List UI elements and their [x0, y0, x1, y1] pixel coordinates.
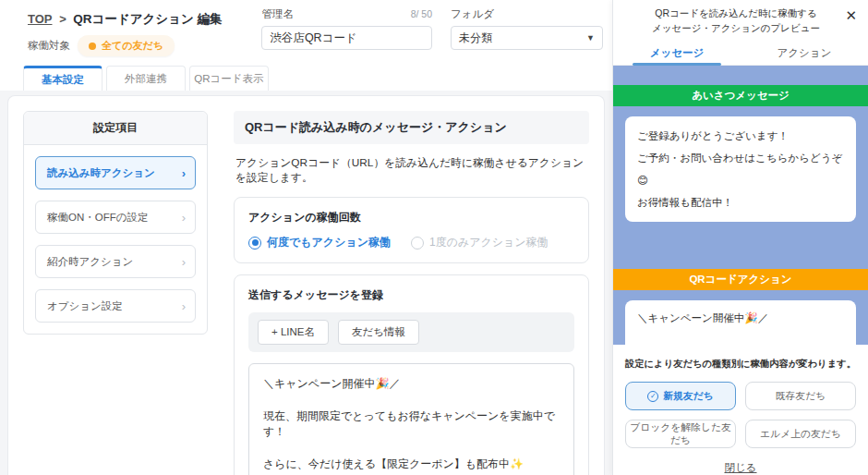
radio-unselected-icon	[411, 237, 424, 250]
preview-close-link[interactable]: 閉じる	[613, 461, 868, 475]
sidebar-item-scan-action[interactable]: 読み込み時アクション ›	[35, 156, 196, 189]
main-tabs: 基本設定 外部連携 QRコード表示	[0, 66, 612, 91]
name-input[interactable]	[261, 26, 432, 50]
insert-line-name-button[interactable]: + LINE名	[258, 320, 329, 345]
target-row: 稼働対象 全ての友だち	[28, 35, 261, 56]
tab-basic-settings[interactable]: 基本設定	[23, 66, 102, 91]
chevron-right-icon: ›	[182, 211, 186, 225]
chevron-down-icon: ▼	[586, 33, 595, 43]
editor-pane: TOP > QRコードアクション 編集 稼働対象 全ての友だち 管理名 8/ 5…	[0, 0, 612, 475]
sidebar-item-label: 稼働ON・OFFの設定	[47, 211, 149, 225]
friend-type-on-lme-button[interactable]: エルメ上の友だち	[745, 420, 856, 448]
sidebar-item-on-off-setting[interactable]: 稼働ON・OFFの設定 ›	[35, 201, 196, 234]
preview-tabs: メッセージ アクション	[613, 41, 868, 66]
chevron-right-icon: ›	[182, 166, 186, 180]
content-background: 設定項目 読み込み時アクション › 稼働ON・OFFの設定 › 紹介時アクション	[0, 91, 612, 475]
message-toolbar: + LINE名 友だち情報	[248, 312, 574, 352]
breadcrumb-top-link[interactable]: TOP	[28, 12, 53, 26]
tab-external-integration[interactable]: 外部連携	[106, 66, 186, 91]
content-card: 設定項目 読み込み時アクション › 稼働ON・OFFの設定 › 紹介時アクション	[7, 95, 605, 475]
target-badge: 全ての友だち	[78, 35, 175, 56]
message-panel-label: 送信するメッセージを登録	[248, 287, 574, 303]
frequency-panel: アクションの稼働回数 何度でもアクション稼働 1度のみアクション稼働	[234, 197, 589, 263]
sidebar-item-label: オプション設定	[47, 299, 123, 313]
friend-type-existing-button[interactable]: 既存友だち	[745, 382, 856, 410]
settings-main-area: QRコード読み込み時のメッセージ・アクション アクションQRコード（URL）を読…	[234, 111, 589, 475]
sidebar-item-option-setting[interactable]: オプション設定 ›	[35, 289, 196, 323]
folder-label: フォルダ	[451, 7, 603, 21]
page-header: TOP > QRコードアクション 編集 稼働対象 全ての友だち 管理名 8/ 5…	[0, 0, 612, 62]
close-icon[interactable]: ✕	[845, 8, 857, 22]
chat-preview-area: あいさつメッセージ ご登録ありがとうございます！ ご予約・お問い合わせはこちらか…	[613, 66, 868, 346]
breadcrumb: TOP > QRコードアクション 編集	[28, 11, 261, 28]
insert-friend-info-button[interactable]: 友だち情報	[338, 320, 419, 345]
target-label: 稼働対象	[28, 39, 70, 53]
chevron-right-icon: ›	[182, 255, 186, 269]
settings-menu-title: 設定項目	[24, 112, 207, 145]
folder-field-block: フォルダ 未分類 ▼	[451, 7, 603, 50]
friend-type-label: 新規友だち	[663, 390, 714, 403]
folder-select[interactable]: 未分類 ▼	[451, 26, 603, 50]
chevron-right-icon: ›	[182, 299, 186, 313]
friend-type-note: 設定により友だちの種類別に稼働内容が変わります。	[613, 358, 868, 371]
target-badge-label: 全ての友だち	[102, 39, 163, 53]
section-description: アクションQRコード（URL）を読み込んだ時に稼働させるアクションを設定します。	[235, 156, 587, 186]
qr-action-message-bubble: ＼キャンペーン開催中🎉／ 現在、期間限定でとってもお得なキャンペーンを実施中です…	[625, 300, 856, 345]
settings-menu-items: 読み込み時アクション › 稼働ON・OFFの設定 › 紹介時アクション ›	[24, 145, 207, 334]
radio-label: 何度でもアクション稼働	[267, 235, 391, 250]
radio-once-only-action[interactable]: 1度のみアクション稼働	[411, 235, 549, 250]
orange-dot-icon	[89, 43, 96, 50]
radio-unlimited-action[interactable]: 何度でもアクション稼働	[248, 235, 391, 250]
sidebar-item-label: 読み込み時アクション	[47, 166, 155, 180]
friend-type-buttons: ✓ 新規友だち 既存友だち ブロックを解除した友だち エルメ上の友だち	[625, 382, 856, 448]
friend-type-label: エルメ上の友だち	[760, 428, 841, 441]
sidebar-item-referral-action[interactable]: 紹介時アクション ›	[35, 245, 196, 278]
tab-qr-display[interactable]: QRコード表示	[189, 66, 269, 91]
radio-label: 1度のみアクション稼働	[429, 235, 549, 250]
app-window: TOP > QRコードアクション 編集 稼働対象 全ての友だち 管理名 8/ 5…	[0, 0, 868, 475]
qr-action-header: QRコードアクション	[613, 269, 868, 290]
preview-tab-message[interactable]: メッセージ	[613, 41, 741, 65]
sidebar-item-label: 紹介時アクション	[47, 255, 133, 269]
preview-title: QRコードを読み込んだ時に稼働する メッセージ・アクションのプレビュー	[613, 0, 868, 38]
name-char-counter: 8/ 50	[411, 8, 432, 19]
breadcrumb-separator: >	[59, 12, 66, 26]
friend-type-unblocked-button[interactable]: ブロックを解除した友だち	[625, 420, 736, 448]
preview-panel: QRコードを読み込んだ時に稼働する メッセージ・アクションのプレビュー ✕ メッ…	[612, 0, 868, 475]
friend-type-new-button[interactable]: ✓ 新規友だち	[625, 382, 736, 410]
folder-selected-value: 未分類	[459, 30, 492, 46]
radio-selected-icon	[248, 237, 261, 250]
message-panel: 送信するメッセージを登録 + LINE名 友だち情報 ＼キャンペーン開催中🎉／ …	[234, 274, 589, 475]
name-field-block: 管理名 8/ 50	[261, 7, 432, 50]
preview-tab-action[interactable]: アクション	[741, 41, 868, 65]
settings-menu: 設定項目 読み込み時アクション › 稼働ON・OFFの設定 › 紹介時アクション	[23, 111, 208, 335]
friend-type-label: 既存友だち	[776, 390, 826, 403]
page-title: QRコードアクション 編集	[73, 12, 222, 26]
greeting-message-header: あいさつメッセージ	[613, 85, 868, 106]
frequency-options: 何度でもアクション稼働 1度のみアクション稼働	[248, 235, 574, 250]
section-title: QRコード読み込み時のメッセージ・アクション	[234, 111, 589, 144]
check-circle-icon: ✓	[647, 391, 658, 402]
friend-type-label: ブロックを解除した友だち	[626, 421, 735, 447]
greeting-message-bubble: ご登録ありがとうございます！ ご予約・お問い合わせはこちらからどうぞ😊 お得情報…	[625, 116, 856, 223]
name-label: 管理名	[261, 7, 294, 21]
frequency-label: アクションの稼働回数	[248, 210, 574, 225]
breadcrumb-block: TOP > QRコードアクション 編集 稼働対象 全ての友だち	[28, 7, 261, 56]
message-editor[interactable]: ＼キャンペーン開催中🎉／ 現在、期間限定でとってもお得なキャンペーンを実施中です…	[248, 363, 574, 475]
